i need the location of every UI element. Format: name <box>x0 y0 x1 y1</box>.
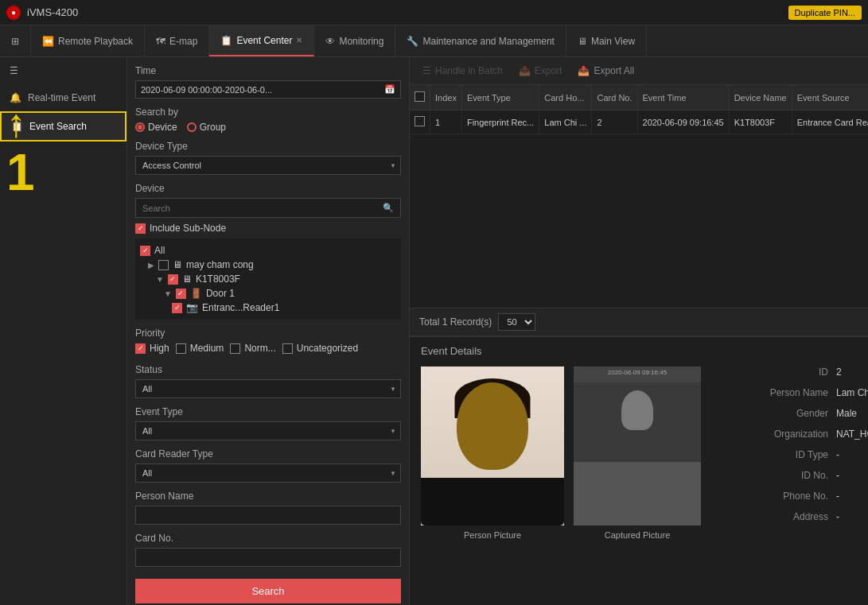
th-event-time[interactable]: Event Time <box>637 85 729 111</box>
tree-node4[interactable]: ✓ 📷 Entranc...Reader1 <box>140 301 396 315</box>
nav-grid[interactable]: ⊞ <box>0 25 31 56</box>
person-name-label: Person Name <box>135 491 401 502</box>
th-index[interactable]: Index <box>430 85 462 111</box>
tree-node3-cb[interactable]: ✓ <box>176 289 186 299</box>
export-all-icon: 📤 <box>578 65 590 76</box>
tree-node1[interactable]: ▶ 🖥 may cham cong <box>140 258 396 272</box>
priority-section: Priority ✓ High Medium Norm... Uncategor… <box>135 328 401 356</box>
status-select[interactable]: All <box>135 379 401 398</box>
card-reader-type-label: Card Reader Type <box>135 448 401 460</box>
nav-event-center[interactable]: 📋 Event Center ✕ <box>209 25 314 56</box>
search-icon[interactable]: 🔍 <box>383 203 394 213</box>
device-search-box[interactable]: 🔍 <box>135 198 401 218</box>
tree-node3[interactable]: ▼ ✓ 🚪 Door 1 <box>140 286 396 301</box>
event-type-select[interactable]: All <box>135 421 401 440</box>
search-by-radio-group: Device Group <box>135 122 401 133</box>
person-name-info-label: Person Name <box>733 387 828 398</box>
event-table-container[interactable]: Index Event Type Card Ho... Card No. Eve… <box>410 85 868 308</box>
event-center-close-icon[interactable]: ✕ <box>296 36 302 45</box>
info-address-row: Address - <box>733 511 868 522</box>
sidebar-item-event-search[interactable]: 📋 Event Search <box>0 111 127 142</box>
row-event-time: 2020-06-09 09:16:45 <box>637 111 729 134</box>
device-type-select[interactable]: Access Control <box>135 156 401 175</box>
nav-remote-playback[interactable]: ⏪ Remote Playback <box>31 25 145 56</box>
gender-value: Male <box>836 408 857 419</box>
time-input-wrapper[interactable]: 2020-06-09 00:00:00-2020-06-0... 📅 <box>135 80 401 99</box>
search-button[interactable]: Search <box>135 579 401 603</box>
export-btn[interactable]: 📤 Export <box>516 64 566 78</box>
tree-expand3-icon[interactable]: ▼ <box>164 289 172 298</box>
tree-expand-icon[interactable]: ▶ <box>148 261 154 270</box>
priority-medium-checkbox[interactable]: Medium <box>176 343 224 354</box>
info-org-row: Organization NAT_HCM/PKT <box>733 429 868 440</box>
time-section: Time 2020-06-09 00:00:00-2020-06-0... 📅 <box>135 65 401 99</box>
card-no-input[interactable] <box>135 548 401 567</box>
device-type-select-wrapper: Access Control <box>135 156 401 175</box>
th-event-source[interactable]: Event Source <box>792 85 868 111</box>
th-card-no[interactable]: Card No. <box>592 85 637 111</box>
handle-in-batch-btn[interactable]: ☰ Handle in Batch <box>419 64 506 78</box>
grid-icon: ⊞ <box>11 36 19 47</box>
status-select-wrapper: All <box>135 379 401 398</box>
calendar-icon[interactable]: 📅 <box>384 84 395 95</box>
search-by-section: Search by Device Group <box>135 107 401 133</box>
event-table: Index Event Type Card Ho... Card No. Eve… <box>410 85 868 134</box>
export-all-btn[interactable]: 📤 Export All <box>574 64 637 78</box>
duplicate-pin-button[interactable]: Duplicate PIN... <box>788 6 862 20</box>
device-type-label: Device Type <box>135 141 401 152</box>
address-value: - <box>836 511 839 522</box>
tree-all[interactable]: ✓ All <box>140 243 396 258</box>
card-reader-select[interactable]: All <box>135 463 401 483</box>
event-details-title: Event Details <box>421 345 857 357</box>
main-view-icon: 🖥 <box>578 36 587 47</box>
th-checkbox[interactable] <box>410 85 430 111</box>
priority-normal-cb[interactable] <box>230 343 240 354</box>
priority-medium-cb[interactable] <box>176 343 186 354</box>
tree-node2[interactable]: ▼ ✓ 🖥 K1T8003F <box>140 272 396 286</box>
person-picture-label: Person Picture <box>464 530 521 540</box>
priority-normal-checkbox[interactable]: Norm... <box>230 343 275 354</box>
row-cb[interactable] <box>410 111 430 134</box>
tree-node1-icon: 🖥 <box>173 259 182 270</box>
info-id-row: ID 2 <box>733 366 868 378</box>
sidebar-item-real-time-event[interactable]: 🔔 Real-time Event <box>0 84 127 111</box>
bell-icon: 🔔 <box>10 92 21 103</box>
id-no-value: - <box>836 470 839 481</box>
th-card-holder[interactable]: Card Ho... <box>539 85 592 111</box>
include-subnode-checkbox[interactable]: ✓ Include Sub-Node <box>135 223 401 234</box>
search-list-icon: 📋 <box>11 121 23 132</box>
th-device-name[interactable]: Device Name <box>729 85 792 111</box>
sidebar-collapse-btn[interactable]: ☰ <box>0 57 127 84</box>
tree-node4-cb[interactable]: ✓ <box>172 303 182 313</box>
tree-all-cb[interactable]: ✓ <box>140 246 150 256</box>
id-value: 2 <box>836 366 842 378</box>
nav-maintenance[interactable]: 🔧 Maintenance and Management <box>395 25 566 56</box>
nav-main-view[interactable]: 🖥 Main View <box>566 25 647 56</box>
priority-high-cb[interactable]: ✓ <box>135 343 146 354</box>
content-toolbar: ☰ Handle in Batch 📤 Export 📤 Export All <box>410 57 868 85</box>
radio-device-label[interactable]: Device <box>135 122 177 133</box>
per-page-select[interactable]: 50 <box>498 313 535 331</box>
radio-device-dot[interactable] <box>135 122 145 132</box>
th-event-type[interactable]: Event Type <box>461 85 539 111</box>
event-center-icon: 📋 <box>220 35 232 46</box>
search-by-label: Search by <box>135 107 401 118</box>
info-gender-row: Gender Male <box>733 408 868 419</box>
table-row[interactable]: 1 Fingerprint Rec... Lam Chi ... 2 2020-… <box>410 111 868 134</box>
priority-high-checkbox[interactable]: ✓ High <box>135 343 169 354</box>
tree-node2-cb[interactable]: ✓ <box>168 274 178 285</box>
radio-group-label[interactable]: Group <box>187 122 226 133</box>
hamburger-icon: ☰ <box>10 65 18 76</box>
nav-monitoring[interactable]: 👁 Monitoring <box>314 25 395 56</box>
priority-uncategorized-checkbox[interactable]: Uncategorized <box>282 343 358 354</box>
priority-uncategorized-cb[interactable] <box>282 343 293 354</box>
nav-e-map[interactable]: 🗺 E-map <box>145 25 209 56</box>
address-label: Address <box>733 511 828 522</box>
person-name-input[interactable] <box>135 506 401 525</box>
tree-expand2-icon[interactable]: ▼ <box>156 275 164 284</box>
event-details-body: Person Picture 2020-06-09 09:16:45 Captu… <box>421 366 857 540</box>
radio-group-dot[interactable] <box>187 122 197 132</box>
tree-node1-cb[interactable] <box>158 260 169 270</box>
include-subnode-cb[interactable]: ✓ <box>135 223 146 234</box>
device-search-input[interactable] <box>142 204 383 213</box>
